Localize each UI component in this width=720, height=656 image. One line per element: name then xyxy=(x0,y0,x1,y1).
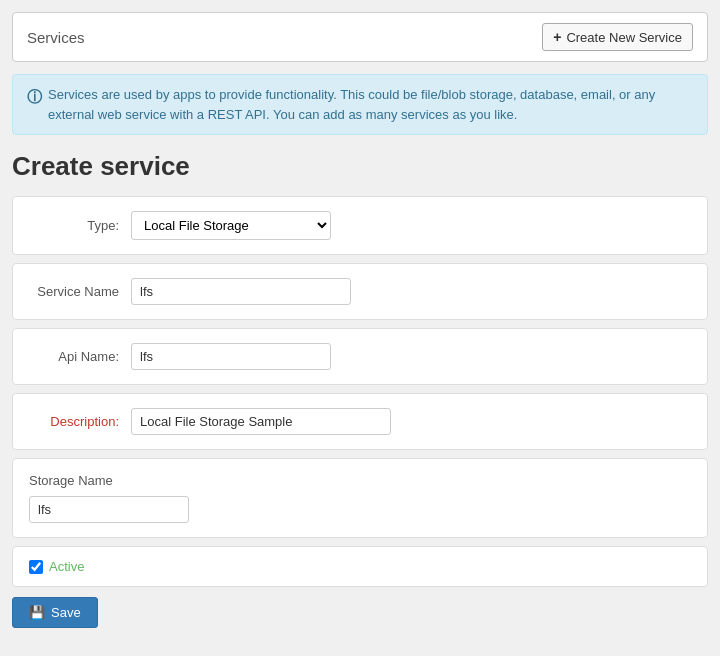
description-label: Description: xyxy=(29,414,119,429)
api-name-label: Api Name: xyxy=(29,349,119,364)
create-new-label: Create New Service xyxy=(566,30,682,45)
save-button[interactable]: 💾 Save xyxy=(12,597,98,628)
type-row: Type: Local File Storage Database Email … xyxy=(29,211,691,240)
description-section: Description: xyxy=(12,393,708,450)
info-box: ⓘ Services are used by apps to provide f… xyxy=(12,74,708,135)
active-section: Active xyxy=(12,546,708,587)
type-section: Type: Local File Storage Database Email … xyxy=(12,196,708,255)
type-select[interactable]: Local File Storage Database Email REST A… xyxy=(131,211,331,240)
create-service-heading: Create service xyxy=(12,151,708,182)
api-name-row: Api Name: xyxy=(29,343,691,370)
services-header: Services + Create New Service xyxy=(12,12,708,62)
floppy-icon: 💾 xyxy=(29,605,45,620)
api-name-input[interactable] xyxy=(131,343,331,370)
storage-name-input[interactable] xyxy=(29,496,189,523)
save-label: Save xyxy=(51,605,81,620)
description-input[interactable] xyxy=(131,408,391,435)
service-name-input[interactable] xyxy=(131,278,351,305)
service-name-label: Service Name xyxy=(29,284,119,299)
description-row: Description: xyxy=(29,408,691,435)
active-label[interactable]: Active xyxy=(49,559,84,574)
info-icon: ⓘ xyxy=(27,86,42,109)
storage-name-label: Storage Name xyxy=(29,473,691,488)
create-new-service-button[interactable]: + Create New Service xyxy=(542,23,693,51)
api-name-section: Api Name: xyxy=(12,328,708,385)
storage-name-section: Storage Name xyxy=(12,458,708,538)
type-label: Type: xyxy=(29,218,119,233)
services-title: Services xyxy=(27,29,85,46)
service-name-row: Service Name xyxy=(29,278,691,305)
info-text: Services are used by apps to provide fun… xyxy=(48,85,693,124)
plus-icon: + xyxy=(553,29,561,45)
active-checkbox[interactable] xyxy=(29,560,43,574)
service-name-section: Service Name xyxy=(12,263,708,320)
